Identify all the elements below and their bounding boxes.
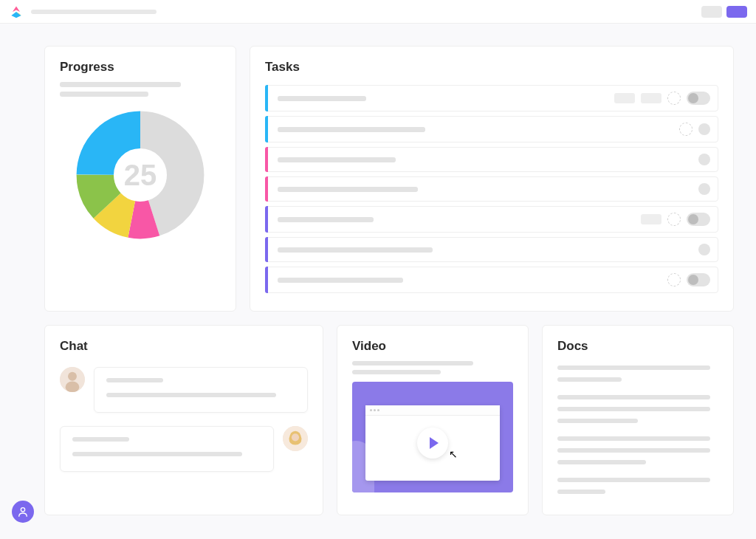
docs-title: Docs: [557, 339, 718, 354]
task-row[interactable]: [265, 85, 718, 111]
cursor-icon: ↖: [449, 448, 458, 460]
task-text-placeholder: [278, 96, 366, 101]
task-list: [265, 85, 718, 293]
chat-bubble: [60, 426, 274, 472]
play-button-icon[interactable]: [417, 428, 448, 459]
task-status-dot-icon[interactable]: [698, 183, 710, 195]
progress-subtitle-line: [60, 82, 181, 87]
topbar-button-2[interactable]: [726, 6, 747, 18]
progress-title: Progress: [60, 60, 221, 75]
task-row[interactable]: [265, 237, 718, 262]
docs-card: Docs: [542, 325, 734, 515]
chat-message[interactable]: [60, 367, 308, 413]
task-tag[interactable]: [614, 93, 635, 103]
assignee-circle-icon[interactable]: [679, 123, 693, 136]
task-text-placeholder: [278, 187, 418, 192]
task-row[interactable]: [265, 176, 718, 202]
task-text-placeholder: [278, 278, 403, 283]
video-subtitle-line-2: [352, 370, 441, 374]
docs-line: [557, 377, 622, 382]
task-text-placeholder: [278, 127, 425, 132]
video-card: Video ↖: [337, 325, 529, 515]
docs-line: [557, 460, 646, 464]
app-logo-icon: [9, 4, 24, 19]
task-row[interactable]: [265, 267, 718, 293]
svg-point-9: [292, 433, 299, 441]
tasks-title: Tasks: [265, 60, 718, 75]
task-row[interactable]: [265, 147, 718, 172]
docs-line: [557, 407, 710, 411]
progress-subtitle-line-2: [60, 92, 148, 97]
tasks-card: Tasks: [250, 46, 734, 312]
task-row[interactable]: [265, 206, 718, 233]
task-status-dot-icon[interactable]: [698, 244, 710, 255]
help-floating-button[interactable]: [12, 501, 34, 523]
docs-line: [557, 419, 638, 423]
task-tag[interactable]: [641, 214, 662, 224]
task-text-placeholder: [278, 157, 396, 162]
topbar-placeholder: [31, 10, 157, 14]
docs-line: [557, 395, 710, 399]
avatar-user-2[interactable]: [283, 426, 308, 451]
task-toggle[interactable]: [687, 92, 710, 105]
video-title: Video: [352, 339, 513, 354]
task-tag[interactable]: [641, 93, 662, 103]
donut-center-value: 25: [74, 109, 207, 241]
docs-line: [557, 365, 710, 370]
docs-line: [557, 478, 710, 482]
task-text-placeholder: [278, 217, 374, 222]
chat-card: Chat: [44, 325, 323, 515]
docs-line: [557, 490, 605, 494]
topbar: [0, 0, 756, 24]
progress-donut-chart: 25: [74, 109, 207, 241]
chat-message[interactable]: [60, 426, 308, 472]
task-row[interactable]: [265, 116, 718, 143]
assignee-circle-icon[interactable]: [667, 213, 681, 226]
docs-line: [557, 448, 710, 453]
topbar-button-1[interactable]: [701, 6, 722, 18]
task-status-dot-icon[interactable]: [698, 123, 710, 135]
chat-title: Chat: [60, 339, 308, 354]
task-text-placeholder: [278, 247, 433, 253]
dashboard: Progress 25 Tasks Chat: [0, 24, 756, 530]
assignee-circle-icon[interactable]: [667, 273, 681, 286]
task-toggle[interactable]: [687, 273, 710, 286]
progress-card: Progress 25: [44, 46, 236, 312]
chat-bubble: [94, 367, 308, 413]
svg-point-6: [68, 372, 77, 381]
task-status-dot-icon[interactable]: [698, 154, 710, 165]
avatar-user-1[interactable]: [60, 367, 85, 392]
task-toggle[interactable]: [687, 213, 710, 226]
assignee-circle-icon[interactable]: [667, 92, 681, 105]
video-subtitle-line: [352, 361, 473, 365]
docs-line: [557, 436, 710, 441]
video-thumbnail[interactable]: ↖: [352, 382, 513, 492]
svg-point-10: [21, 508, 24, 512]
